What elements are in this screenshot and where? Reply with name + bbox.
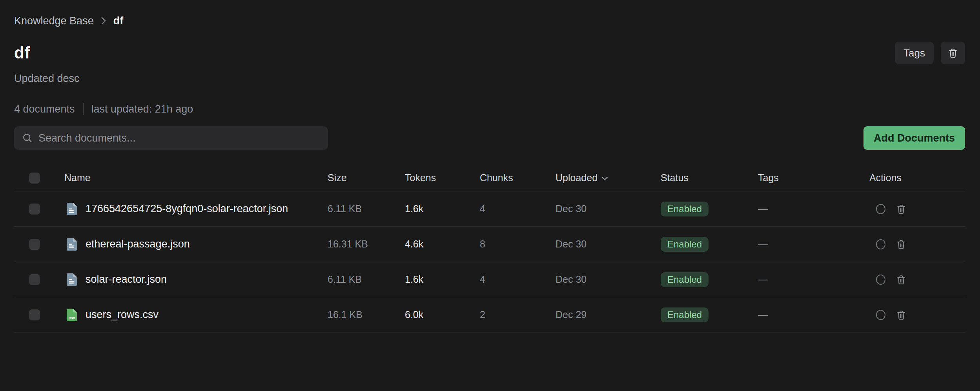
document-tags: — [758, 203, 869, 215]
toggle-status-button[interactable] [875, 238, 887, 250]
col-header-status: Status [661, 172, 758, 184]
document-uploaded: Dec 30 [556, 238, 661, 250]
chevron-down-icon [601, 175, 608, 181]
page-title: df [14, 44, 965, 62]
add-documents-button[interactable]: Add Documents [863, 126, 965, 150]
row-checkbox[interactable] [29, 274, 40, 285]
toggle-status-button[interactable] [875, 203, 887, 215]
col-header-actions: Actions [869, 172, 965, 184]
documents-table: Name Size Tokens Chunks Uploaded Status … [14, 165, 965, 333]
toggle-status-button[interactable] [875, 274, 887, 286]
search-input[interactable] [38, 132, 320, 144]
trash-icon [896, 309, 907, 320]
status-badge: Enabled [661, 272, 709, 287]
table-row[interactable]: csv users_rows.csv 16.1 KB 6.0k 2 Dec 29… [14, 297, 965, 333]
document-tags: — [758, 309, 869, 320]
delete-kb-button[interactable] [941, 42, 965, 64]
document-tags: — [758, 238, 869, 250]
table-body: 1766542654725-8ygfqn0-solar-reactor.json… [14, 191, 965, 333]
breadcrumb-root-link[interactable]: Knowledge Base [14, 14, 94, 27]
col-header-uploaded[interactable]: Uploaded [556, 172, 661, 184]
table-row[interactable]: ethereal-passage.json 16.31 KB 4.6k 8 De… [14, 227, 965, 262]
delete-document-button[interactable] [895, 274, 907, 286]
doc-count: 4 documents [14, 103, 75, 115]
document-tokens: 4.6k [405, 238, 480, 250]
file-icon-csv: csv [67, 309, 77, 321]
document-name: 1766542654725-8ygfqn0-solar-reactor.json [86, 203, 288, 215]
chevron-right-icon [101, 16, 106, 25]
tags-button[interactable]: Tags [895, 42, 934, 64]
delete-document-button[interactable] [895, 238, 907, 250]
search-icon [22, 133, 33, 144]
row-checkbox[interactable] [29, 239, 40, 250]
col-header-tokens: Tokens [405, 172, 480, 184]
document-name: users_rows.csv [86, 309, 158, 321]
table-row[interactable]: solar-reactor.json 6.11 KB 1.6k 4 Dec 30… [14, 262, 965, 297]
document-uploaded: Dec 29 [556, 309, 661, 320]
document-chunks: 8 [480, 238, 556, 250]
document-uploaded: Dec 30 [556, 203, 661, 215]
trash-icon [947, 47, 958, 58]
document-chunks: 4 [480, 203, 556, 215]
table-row[interactable]: 1766542654725-8ygfqn0-solar-reactor.json… [14, 191, 965, 227]
document-tokens: 6.0k [405, 309, 480, 320]
document-size: 6.11 KB [328, 203, 405, 215]
document-size: 16.31 KB [328, 238, 405, 250]
breadcrumb: Knowledge Base df [14, 14, 965, 27]
document-size: 16.1 KB [328, 309, 405, 320]
circle-icon [876, 275, 885, 285]
select-all-checkbox[interactable] [29, 173, 40, 184]
documents-toolbar: Add Documents [14, 126, 965, 150]
file-icon-json [67, 203, 77, 215]
circle-icon [876, 204, 885, 214]
status-badge: Enabled [661, 307, 709, 322]
col-header-chunks: Chunks [480, 172, 556, 184]
circle-icon [876, 310, 885, 320]
col-header-name: Name [64, 172, 328, 184]
document-size: 6.11 KB [328, 274, 405, 285]
trash-icon [896, 204, 907, 215]
document-tokens: 1.6k [405, 274, 480, 285]
document-tags: — [758, 274, 869, 285]
delete-document-button[interactable] [895, 203, 907, 215]
trash-icon [896, 239, 907, 250]
search-box[interactable] [14, 126, 328, 150]
file-icon-json [67, 238, 77, 251]
kb-actions: Tags [895, 42, 965, 64]
file-icon-json [67, 273, 77, 286]
row-checkbox[interactable] [29, 309, 40, 320]
row-checkbox[interactable] [29, 204, 40, 215]
meta-divider [83, 103, 84, 115]
col-header-size: Size [328, 172, 405, 184]
toggle-status-button[interactable] [875, 309, 887, 321]
document-chunks: 2 [480, 309, 556, 320]
kb-description: Updated desc [14, 72, 965, 85]
status-badge: Enabled [661, 237, 709, 252]
breadcrumb-current: df [113, 14, 123, 27]
circle-icon [876, 239, 885, 249]
table-header-row: Name Size Tokens Chunks Uploaded Status … [14, 165, 965, 191]
document-name: solar-reactor.json [86, 273, 167, 286]
knowledge-base-detail-page: Tags Knowledge Base df df Updated desc 4… [0, 0, 980, 391]
svg-text:csv: csv [69, 315, 75, 320]
document-tokens: 1.6k [405, 203, 480, 215]
document-name: ethereal-passage.json [86, 238, 190, 250]
kb-meta: 4 documents last updated: 21h ago [14, 103, 965, 115]
trash-icon [896, 274, 907, 285]
col-header-tags: Tags [758, 172, 869, 184]
last-updated: last updated: 21h ago [91, 103, 193, 115]
col-header-uploaded-label: Uploaded [556, 172, 597, 184]
document-uploaded: Dec 30 [556, 274, 661, 285]
delete-document-button[interactable] [895, 309, 907, 321]
document-chunks: 4 [480, 274, 556, 285]
status-badge: Enabled [661, 202, 709, 216]
